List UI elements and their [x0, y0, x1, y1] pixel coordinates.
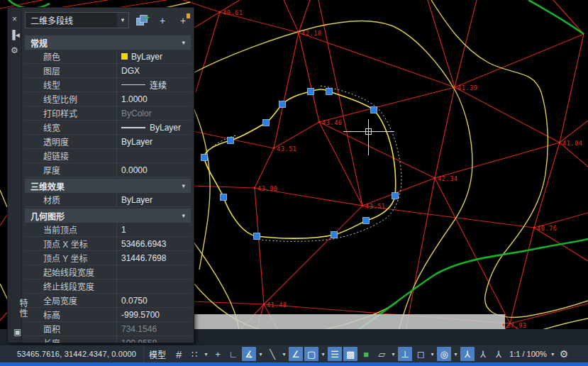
selection-cycling-icon[interactable]: ■ — [359, 347, 373, 361]
gizmo-icon[interactable]: ◎ — [437, 347, 451, 361]
polar-tracking-icon[interactable]: ∡ — [242, 347, 256, 361]
vertex-grip[interactable] — [392, 193, 399, 199]
property-value[interactable]: 0.0000 — [116, 163, 191, 177]
object-snap-icon[interactable]: ▢ — [304, 347, 318, 361]
object-type-dropdown[interactable]: 二维多段线 ▾ — [25, 12, 129, 28]
palette-dock-icon[interactable]: ▣ — [13, 327, 21, 337]
property-value[interactable]: -999.5700 — [116, 308, 191, 321]
property-label: 打印样式 — [25, 107, 116, 119]
annotation-scale-icon[interactable]: ⅄ — [492, 347, 506, 361]
property-row[interactable]: 颜色ByLayer — [25, 50, 191, 64]
grid-display-icon[interactable]: # — [172, 347, 186, 361]
select-objects-icon[interactable]: + — [155, 13, 170, 28]
vertex-grip[interactable] — [201, 155, 208, 161]
property-value[interactable]: ByLayer — [116, 193, 191, 206]
vertex-grip[interactable] — [326, 89, 333, 95]
vertex-grip[interactable] — [228, 138, 234, 144]
property-value[interactable] — [116, 265, 191, 279]
property-row[interactable]: 厚度0.0000 — [25, 163, 191, 177]
vertex-grip[interactable] — [331, 232, 338, 238]
property-value[interactable]: ByLayer — [116, 50, 191, 63]
property-row[interactable]: 全局宽度0.0750 — [25, 294, 191, 308]
dynamic-input-icon[interactable]: + — [211, 347, 225, 361]
isodraft-icon[interactable]: ╲ — [265, 347, 279, 361]
ortho-mode-icon[interactable]: ∟ — [226, 347, 240, 361]
isodraft-dropdown-icon[interactable]: ▾ — [280, 347, 288, 361]
property-row[interactable]: 超链接 — [25, 149, 191, 163]
polar-tracking-dropdown-icon[interactable]: ▾ — [257, 347, 265, 361]
property-row[interactable]: 标高-999.5700 — [25, 308, 191, 322]
property-row[interactable]: 线型连续 — [25, 78, 191, 92]
annotation-visibility-icon[interactable]: ⅄ — [460, 347, 475, 361]
property-row[interactable]: 长度100.9558 — [25, 336, 191, 343]
selected-polyline[interactable] — [204, 89, 396, 238]
selection-filter-icon[interactable]: ◻ — [414, 347, 428, 361]
snap-mode-icon[interactable]: ∷ — [187, 347, 201, 361]
zoom-dropdown-icon[interactable]: ▾ — [549, 347, 557, 361]
property-value[interactable]: ByColor — [116, 106, 191, 120]
vertex-grip[interactable] — [254, 233, 260, 240]
3d-osnap-icon[interactable]: ▱ — [375, 347, 389, 361]
property-row[interactable]: 面积734.1546 — [25, 322, 191, 336]
section-header[interactable]: 几何图形▾ — [25, 209, 191, 223]
vertex-grip[interactable] — [363, 218, 370, 224]
property-value[interactable]: 0.0750 — [116, 294, 191, 307]
close-icon[interactable]: × — [12, 15, 17, 23]
dynamic-ucs-icon[interactable]: ⊥ — [398, 347, 412, 361]
property-row[interactable]: 图层DGX — [25, 64, 191, 78]
pickadd-toggle-icon[interactable]: + — [134, 13, 150, 28]
property-value[interactable]: 100.9558 — [116, 336, 191, 343]
property-value[interactable] — [116, 279, 191, 293]
vertex-grip[interactable] — [263, 120, 270, 126]
property-row[interactable]: 线宽ByLayer — [25, 121, 191, 135]
zoom-scale-control[interactable]: 1:1 / 100% ▾ — [509, 347, 557, 361]
property-value[interactable]: 734.1546 — [116, 322, 191, 336]
property-value[interactable] — [116, 149, 191, 162]
snap-dropdown-icon[interactable]: ▾ — [202, 347, 210, 361]
osnap-tracking-icon[interactable]: ∠ — [289, 347, 303, 361]
transparency-icon[interactable]: ▩ — [343, 347, 357, 361]
property-value[interactable]: 1 — [116, 223, 191, 236]
property-row[interactable]: 终止线段宽度 — [25, 279, 191, 294]
lineweight-icon[interactable]: ☰ — [328, 347, 342, 361]
property-label: 图层 — [25, 65, 116, 77]
collapse-icon[interactable]: ▾ — [182, 39, 185, 46]
customization-gear-icon[interactable]: ⚙ — [560, 348, 569, 360]
gizmo-dropdown-icon[interactable]: ▾ — [452, 347, 460, 361]
section-header[interactable]: 三维效果▾ — [25, 179, 191, 193]
vertex-grip[interactable] — [221, 194, 227, 201]
collapse-icon[interactable]: ▾ — [182, 182, 185, 189]
vertex-grip[interactable] — [279, 101, 286, 108]
property-value[interactable]: 31446.7698 — [116, 251, 191, 265]
selection-filter-dropdown-icon[interactable]: ▾ — [428, 347, 436, 361]
property-value[interactable]: ByLayer — [116, 121, 191, 134]
vertex-grip[interactable] — [371, 107, 377, 113]
property-row[interactable]: 当前顶点1 — [25, 223, 191, 237]
model-space-button[interactable]: 模型 — [143, 345, 171, 362]
auto-hide-icon[interactable]: ▐◂ — [9, 30, 20, 39]
property-value[interactable]: ByLayer — [116, 135, 191, 148]
settings-icon[interactable]: ⚙ — [11, 46, 18, 55]
vertex-grip[interactable] — [308, 89, 314, 95]
3d-osnap-dropdown-icon[interactable]: ▾ — [389, 347, 397, 361]
polyline-grips — [201, 89, 399, 240]
property-row[interactable]: 材质ByLayer — [25, 193, 191, 207]
collapse-icon[interactable]: ▾ — [182, 212, 185, 219]
object-snap-dropdown-icon[interactable]: ▾ — [319, 347, 327, 361]
section-header[interactable]: 常规▾ — [25, 35, 191, 50]
property-row[interactable]: 打印样式ByColor — [25, 106, 191, 121]
property-row[interactable]: 线型比例1.0000 — [25, 92, 191, 106]
property-row[interactable]: 顶点 X 坐标53466.6943 — [25, 237, 191, 251]
property-value[interactable]: DGX — [116, 64, 191, 77]
property-value[interactable]: 1.0000 — [116, 92, 191, 106]
property-label: 透明度 — [25, 135, 116, 148]
property-value[interactable]: 53466.6943 — [116, 237, 191, 250]
property-row[interactable]: 顶点 Y 坐标31446.7698 — [25, 251, 191, 265]
spot-elevation-label: 42.18 — [301, 30, 322, 37]
color-swatch — [121, 53, 128, 60]
annotation-autoscale-icon[interactable]: ⅄ — [476, 347, 490, 361]
quick-select-icon[interactable]: + — [175, 13, 191, 28]
property-value[interactable]: 连续 — [116, 78, 191, 92]
property-row[interactable]: 起始线段宽度 — [25, 265, 191, 279]
property-row[interactable]: 透明度ByLayer — [25, 135, 191, 149]
